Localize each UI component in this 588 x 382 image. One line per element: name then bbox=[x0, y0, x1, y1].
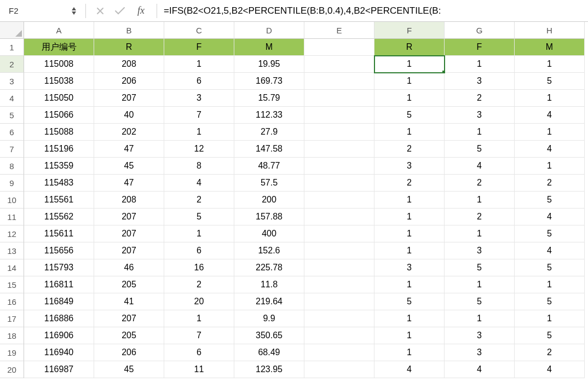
cell-F12[interactable]: 1 bbox=[374, 225, 445, 242]
cell-F10[interactable]: 1 bbox=[374, 192, 445, 209]
cell-H18[interactable]: 5 bbox=[515, 327, 585, 344]
row-header-1[interactable]: 1 bbox=[0, 39, 24, 56]
cell-A12[interactable]: 115611 bbox=[24, 225, 94, 242]
cell-C14[interactable]: 16 bbox=[164, 259, 234, 276]
row-header-2[interactable]: 2 bbox=[0, 56, 24, 73]
cell-B14[interactable]: 46 bbox=[94, 259, 164, 276]
row-header-8[interactable]: 8 bbox=[0, 158, 24, 175]
cell-F8[interactable]: 3 bbox=[374, 158, 445, 175]
cell-B20[interactable]: 45 bbox=[94, 361, 164, 378]
cell-E5[interactable] bbox=[304, 107, 374, 124]
cell-G19[interactable]: 3 bbox=[445, 344, 515, 361]
cell-G15[interactable]: 1 bbox=[445, 276, 515, 293]
row-header-10[interactable]: 10 bbox=[0, 192, 24, 209]
cell-E4[interactable] bbox=[304, 90, 374, 107]
cell-E11[interactable] bbox=[304, 209, 374, 225]
row-header-3[interactable]: 3 bbox=[0, 73, 24, 90]
cell-H15[interactable]: 1 bbox=[515, 276, 585, 293]
cell-D14[interactable]: 225.78 bbox=[234, 259, 304, 276]
cell-C4[interactable]: 3 bbox=[164, 90, 234, 107]
cell-C16[interactable]: 20 bbox=[164, 293, 234, 310]
cell-A16[interactable]: 116849 bbox=[24, 293, 94, 310]
select-all-corner[interactable] bbox=[0, 22, 24, 39]
cell-E13[interactable] bbox=[304, 242, 374, 259]
cell-F1[interactable]: R bbox=[374, 39, 445, 56]
cell-F9[interactable]: 2 bbox=[374, 175, 445, 192]
cell-H9[interactable]: 2 bbox=[515, 175, 585, 192]
row-header-18[interactable]: 18 bbox=[0, 327, 24, 344]
cell-A9[interactable]: 115483 bbox=[24, 175, 94, 192]
row-header-19[interactable]: 19 bbox=[0, 344, 24, 361]
cell-G18[interactable]: 3 bbox=[445, 327, 515, 344]
cell-A10[interactable]: 115561 bbox=[24, 192, 94, 209]
cell-C1[interactable]: F bbox=[164, 39, 234, 56]
cell-F13[interactable]: 1 bbox=[374, 242, 445, 259]
cell-D11[interactable]: 157.88 bbox=[234, 209, 304, 225]
cell-C5[interactable]: 7 bbox=[164, 107, 234, 124]
name-box[interactable]: F2 bbox=[4, 3, 81, 19]
cell-A2[interactable]: 115008 bbox=[24, 56, 94, 73]
confirm-icon[interactable] bbox=[114, 7, 125, 15]
cell-D12[interactable]: 400 bbox=[234, 225, 304, 242]
cell-B13[interactable]: 207 bbox=[94, 242, 164, 259]
cell-B11[interactable]: 207 bbox=[94, 209, 164, 225]
cell-H1[interactable]: M bbox=[515, 39, 585, 56]
cell-B12[interactable]: 207 bbox=[94, 225, 164, 242]
col-header-H[interactable]: H bbox=[515, 22, 585, 39]
cell-G2[interactable]: 1 bbox=[445, 56, 515, 73]
col-header-B[interactable]: B bbox=[94, 22, 164, 39]
cell-H4[interactable]: 1 bbox=[515, 90, 585, 107]
cell-C10[interactable]: 2 bbox=[164, 192, 234, 209]
col-header-F[interactable]: F bbox=[374, 22, 445, 39]
cell-D7[interactable]: 147.58 bbox=[234, 141, 304, 158]
cell-C11[interactable]: 5 bbox=[164, 209, 234, 225]
cell-G5[interactable]: 3 bbox=[445, 107, 515, 124]
cell-D2[interactable]: 19.95 bbox=[234, 56, 304, 73]
cell-B6[interactable]: 202 bbox=[94, 124, 164, 141]
cell-G13[interactable]: 3 bbox=[445, 242, 515, 259]
cell-H14[interactable]: 5 bbox=[515, 259, 585, 276]
cell-G14[interactable]: 5 bbox=[445, 259, 515, 276]
cell-A18[interactable]: 116906 bbox=[24, 327, 94, 344]
cell-B1[interactable]: R bbox=[94, 39, 164, 56]
cell-E18[interactable] bbox=[304, 327, 374, 344]
cell-D5[interactable]: 112.33 bbox=[234, 107, 304, 124]
cell-H17[interactable]: 1 bbox=[515, 310, 585, 327]
cell-A15[interactable]: 116811 bbox=[24, 276, 94, 293]
cell-A8[interactable]: 115359 bbox=[24, 158, 94, 175]
cell-A3[interactable]: 115038 bbox=[24, 73, 94, 90]
cell-G17[interactable]: 1 bbox=[445, 310, 515, 327]
fill-handle[interactable] bbox=[442, 71, 445, 73]
row-header-4[interactable]: 4 bbox=[0, 90, 24, 107]
cell-D4[interactable]: 15.79 bbox=[234, 90, 304, 107]
row-header-12[interactable]: 12 bbox=[0, 225, 24, 242]
cell-E17[interactable] bbox=[304, 310, 374, 327]
cell-F11[interactable]: 1 bbox=[374, 209, 445, 225]
cell-D18[interactable]: 350.65 bbox=[234, 327, 304, 344]
cell-C12[interactable]: 1 bbox=[164, 225, 234, 242]
cell-G20[interactable]: 4 bbox=[445, 361, 515, 378]
cell-H10[interactable]: 5 bbox=[515, 192, 585, 209]
cell-E10[interactable] bbox=[304, 192, 374, 209]
col-header-A[interactable]: A bbox=[24, 22, 94, 39]
cell-B17[interactable]: 207 bbox=[94, 310, 164, 327]
cell-D20[interactable]: 123.95 bbox=[234, 361, 304, 378]
row-header-17[interactable]: 17 bbox=[0, 310, 24, 327]
cell-D6[interactable]: 27.9 bbox=[234, 124, 304, 141]
cell-F15[interactable]: 1 bbox=[374, 276, 445, 293]
cell-B5[interactable]: 40 bbox=[94, 107, 164, 124]
cell-G8[interactable]: 4 bbox=[445, 158, 515, 175]
col-header-G[interactable]: G bbox=[445, 22, 515, 39]
row-header-9[interactable]: 9 bbox=[0, 175, 24, 192]
cell-H5[interactable]: 4 bbox=[515, 107, 585, 124]
cell-H8[interactable]: 1 bbox=[515, 158, 585, 175]
cell-H6[interactable]: 1 bbox=[515, 124, 585, 141]
fx-icon[interactable]: fx bbox=[135, 5, 147, 16]
cell-A19[interactable]: 116940 bbox=[24, 344, 94, 361]
cell-H2[interactable]: 1 bbox=[515, 56, 585, 73]
cell-B3[interactable]: 206 bbox=[94, 73, 164, 90]
cell-C13[interactable]: 6 bbox=[164, 242, 234, 259]
cell-F7[interactable]: 2 bbox=[374, 141, 445, 158]
cell-C8[interactable]: 8 bbox=[164, 158, 234, 175]
cell-G4[interactable]: 2 bbox=[445, 90, 515, 107]
